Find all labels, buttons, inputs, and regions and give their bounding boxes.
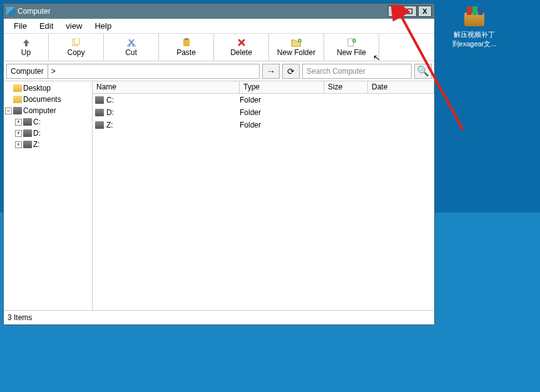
up-arrow-icon xyxy=(21,38,32,48)
new-file-icon xyxy=(346,38,357,48)
item-count: 3 Items xyxy=(8,313,32,322)
copy-button[interactable]: Copy xyxy=(49,34,104,61)
menu-view[interactable]: view xyxy=(59,20,88,32)
header-type[interactable]: Type xyxy=(240,81,324,93)
file-manager-window: Computer _ ☐ X File Edit view Help Up Co… xyxy=(3,3,435,325)
list-row[interactable]: D: Folder xyxy=(93,106,434,119)
status-bar: 3 Items xyxy=(4,311,434,324)
header-size[interactable]: Size xyxy=(324,81,368,93)
addressbar: Computer > → ⟳ Search Computer 🔍 xyxy=(4,61,434,81)
drive-icon xyxy=(23,141,32,148)
tree-item-documents[interactable]: Documents xyxy=(5,94,91,105)
search-icon: 🔍 xyxy=(417,65,429,77)
titlebar[interactable]: Computer _ ☐ X xyxy=(4,4,434,19)
copy-icon xyxy=(71,38,82,48)
tree-item-drive-d[interactable]: +D: xyxy=(5,128,91,139)
paste-button[interactable]: Paste xyxy=(159,34,214,61)
cut-button[interactable]: Cut xyxy=(104,34,159,61)
drive-icon xyxy=(95,96,104,104)
desktop-shortcut[interactable]: 解压视频补丁 到exagear文... xyxy=(449,6,499,49)
folder-icon xyxy=(13,96,22,103)
svg-rect-5 xyxy=(185,38,188,40)
menu-help[interactable]: Help xyxy=(88,20,118,32)
tree-item-drive-z[interactable]: +Z: xyxy=(5,139,91,150)
header-name[interactable]: Name xyxy=(93,81,240,93)
new-folder-button[interactable]: New Folder xyxy=(269,34,324,61)
toolbar: Up Copy Cut Paste Delete New Folder New … xyxy=(4,34,434,61)
list-body[interactable]: C: Folder D: Folder Z: Folder xyxy=(93,94,434,310)
window-title: Computer xyxy=(18,7,51,16)
menu-edit[interactable]: Edit xyxy=(33,20,59,32)
expand-icon[interactable]: + xyxy=(15,141,22,148)
delete-button[interactable]: Delete xyxy=(214,34,269,61)
expand-icon[interactable]: + xyxy=(15,130,22,137)
drive-icon xyxy=(23,118,32,126)
drive-icon xyxy=(95,121,104,129)
menu-file[interactable]: File xyxy=(8,20,33,32)
header-date[interactable]: Date xyxy=(368,81,434,93)
expand-icon[interactable]: + xyxy=(15,119,22,126)
collapse-icon[interactable]: − xyxy=(5,108,12,114)
list-row[interactable]: C: Folder xyxy=(93,94,434,106)
computer-icon xyxy=(13,107,22,114)
folder-tree: Desktop Documents −Computer +C: +D: +Z: xyxy=(4,81,93,310)
maximize-button[interactable]: ☐ xyxy=(403,6,417,17)
address-input[interactable]: Computer > xyxy=(6,64,260,79)
paste-icon xyxy=(181,38,192,48)
file-list: Name Type Size Date C: Folder D: Folder xyxy=(93,81,434,310)
tree-item-desktop[interactable]: Desktop xyxy=(5,83,91,94)
up-button[interactable]: Up xyxy=(4,34,49,61)
breadcrumb-chevron-icon[interactable]: > xyxy=(48,64,59,78)
drive-icon xyxy=(23,129,32,137)
new-file-button[interactable]: New File xyxy=(324,34,379,61)
cut-icon xyxy=(126,38,137,48)
tree-item-drive-c[interactable]: +C: xyxy=(5,116,91,128)
delete-icon xyxy=(236,38,247,48)
shortcut-label: 解压视频补丁 到exagear文... xyxy=(449,30,499,49)
list-row[interactable]: Z: Folder xyxy=(93,119,434,131)
drive-icon xyxy=(95,109,104,116)
app-icon xyxy=(6,7,15,16)
search-button[interactable]: 🔍 xyxy=(414,64,432,79)
new-folder-icon xyxy=(291,38,302,48)
tree-item-computer[interactable]: −Computer xyxy=(5,105,91,116)
close-button[interactable]: X xyxy=(418,6,432,17)
refresh-button[interactable]: ⟳ xyxy=(282,64,300,79)
go-button[interactable]: → xyxy=(262,64,280,79)
minimize-button[interactable]: _ xyxy=(388,6,402,17)
list-header: Name Type Size Date xyxy=(93,81,434,94)
svg-rect-1 xyxy=(74,38,79,44)
search-input[interactable]: Search Computer xyxy=(302,64,412,79)
archive-icon xyxy=(462,6,487,28)
menubar: File Edit view Help xyxy=(4,19,434,34)
content-area: Desktop Documents −Computer +C: +D: +Z: … xyxy=(4,81,434,311)
folder-icon xyxy=(13,84,22,92)
